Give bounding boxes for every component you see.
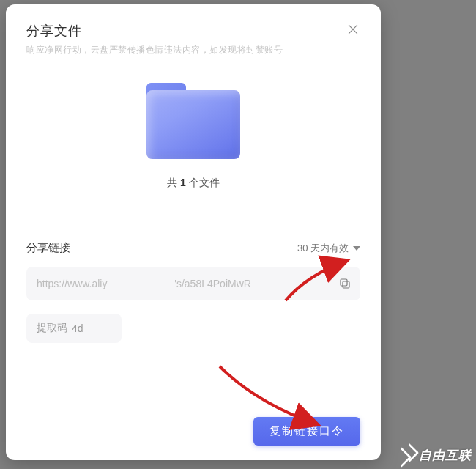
watermark: 自由互联 — [394, 446, 472, 465]
close-icon[interactable] — [346, 22, 363, 40]
folder-icon — [146, 83, 240, 159]
modal-subtitle: 响应净网行动，云盘严禁传播色情违法内容，如发现将封禁账号 — [26, 44, 360, 56]
modal-title: 分享文件 — [26, 22, 360, 40]
svg-rect-3 — [341, 279, 347, 286]
extract-code-value: 4d — [72, 322, 83, 334]
share-url-text: https://www.aliy xxxxxxxxxxxx 's/a58L4Po… — [37, 278, 251, 289]
extract-code-field[interactable]: 提取码 4d — [26, 314, 122, 343]
share-link-label: 分享链接 — [26, 241, 70, 255]
watermark-text: 自由互联 — [419, 447, 472, 464]
file-preview-block: 共 1 个文件 — [26, 83, 360, 190]
share-file-modal: 分享文件 响应净网行动，云盘严禁传播色情违法内容，如发现将封禁账号 共 1 个文… — [6, 4, 381, 460]
file-count-suffix: 个文件 — [186, 177, 220, 188]
copy-link-button[interactable]: 复制链接口令 — [253, 417, 360, 446]
modal-footer: 复制链接口令 — [253, 417, 360, 446]
modal-header: 分享文件 响应净网行动，云盘严禁传播色情违法内容，如发现将封禁账号 — [26, 22, 360, 56]
svg-rect-2 — [343, 281, 349, 288]
file-count-prefix: 共 — [167, 177, 180, 188]
file-count-number: 1 — [180, 177, 186, 188]
expiry-label: 30 天内有效 — [297, 242, 349, 255]
file-count-label: 共 1 个文件 — [167, 177, 220, 190]
redaction-mask — [95, 318, 116, 339]
share-link-header-row: 分享链接 30 天内有效 — [26, 241, 360, 255]
expiry-dropdown[interactable]: 30 天内有效 — [297, 242, 360, 255]
copy-icon[interactable] — [338, 277, 352, 290]
extract-code-label: 提取码 — [37, 322, 67, 335]
chevron-down-icon — [353, 246, 360, 251]
share-url-field[interactable]: https://www.aliy xxxxxxxxxxxx 's/a58L4Po… — [26, 267, 360, 300]
watermark-logo-icon — [394, 446, 416, 465]
